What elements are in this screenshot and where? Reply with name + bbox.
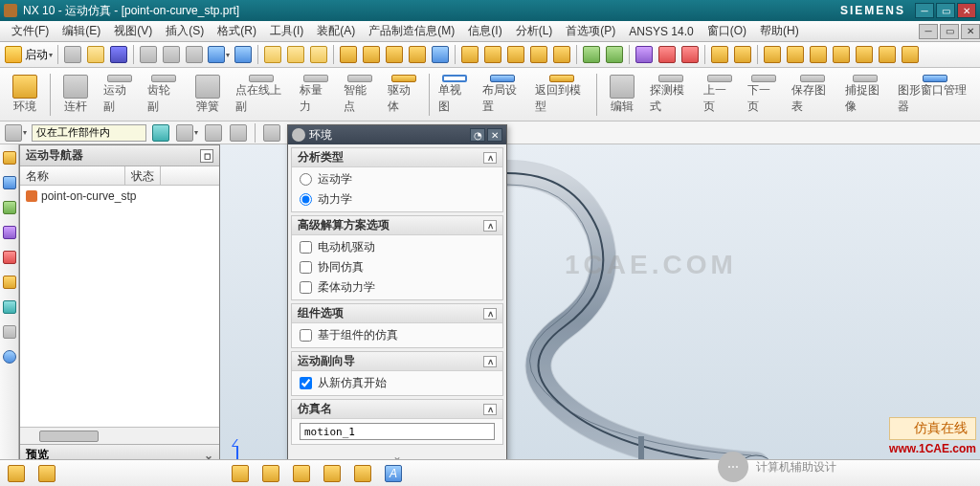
nav-tab-6-icon[interactable] [2,273,17,292]
menu-analysis[interactable]: 分析(L) [510,21,559,41]
nav-tab-part-icon[interactable] [2,173,17,192]
anim-button[interactable] [604,44,625,65]
bottom-ico-3[interactable] [230,463,251,484]
cut-button[interactable] [138,44,159,65]
solid-ico-4[interactable] [528,44,549,65]
solid-ico-1[interactable] [459,44,480,65]
menu-info[interactable]: 信息(I) [462,21,507,41]
sel-type-button[interactable]: ▾ [4,122,28,144]
spring-button[interactable]: 弹簧 [187,72,229,118]
close-button[interactable]: ✕ [957,3,976,18]
nav-tab-8-icon[interactable] [2,322,17,342]
open-button[interactable] [85,44,106,65]
section-component[interactable]: 组件选项ʌ [292,304,502,323]
collapse-icon[interactable]: ʌ [483,220,497,232]
menu-help[interactable]: 帮助(H) [754,21,805,41]
pin-icon[interactable]: ◻ [200,149,213,163]
solid-ico-2[interactable] [482,44,503,65]
box-4[interactable] [831,44,852,65]
nav-tab-5-icon[interactable] [2,248,17,267]
redo-button[interactable] [233,44,254,65]
box-1[interactable] [762,44,783,65]
nav-tab-reuse-icon[interactable] [2,223,17,242]
dialog-titlebar[interactable]: 环境 ◔ ✕ [288,125,506,144]
col-name[interactable]: 名称 [20,166,125,185]
return-model-button[interactable]: 返回到模型 [530,72,592,118]
new-button[interactable] [62,44,83,65]
collapse-icon[interactable]: ʌ [483,404,497,415]
collapse-icon[interactable]: ʌ [483,356,497,367]
bottom-ico-8[interactable]: A [383,463,404,484]
bottom-ico-6[interactable] [322,463,343,484]
dialog-help-button[interactable]: ◔ [470,128,485,142]
menu-assembly[interactable]: 装配(A) [311,21,361,41]
box-5[interactable] [854,44,875,65]
navigator-hscroll[interactable] [20,427,219,444]
link-button[interactable]: 连杆 [55,72,97,118]
menu-pmi[interactable]: 产品制造信息(M) [363,21,460,41]
point-on-curve-button[interactable]: 点在线上副 [231,72,293,118]
bottom-ico-1[interactable] [6,463,27,484]
constraint-3[interactable] [679,44,701,65]
smart-point-button[interactable]: 智能点 [339,72,381,118]
nav-tab-9-icon[interactable] [2,347,17,366]
menu-file[interactable]: 文件(F) [6,21,55,41]
start-button[interactable]: 启动▾ [4,44,54,65]
mesh-1[interactable] [709,44,730,65]
single-view-button[interactable]: 单视图 [434,72,476,118]
menu-format[interactable]: 格式(R) [212,21,262,41]
check-cosim[interactable]: 协同仿真 [300,259,495,276]
solid-ico-5[interactable] [551,44,572,65]
col-status[interactable]: 状态 [125,166,161,185]
doc-restore-button[interactable]: ▭ [940,24,959,39]
menu-tools[interactable]: 工具(I) [264,21,309,41]
section-advanced[interactable]: 高级解算方案选项ʌ [292,216,502,235]
motion-ico-2[interactable] [361,44,382,65]
section-analysis-type[interactable]: 分析类型ʌ [292,148,502,167]
motion-ico-4[interactable] [407,44,428,65]
sel-opt-4[interactable] [228,122,249,144]
radio-kinematics[interactable]: 运动学 [300,171,495,188]
mesh-2[interactable] [732,44,753,65]
minimize-button[interactable]: ─ [915,3,934,18]
sel-opt-2[interactable]: ▾ [175,122,199,144]
tree-item-root[interactable]: point-on-curve_stp [26,189,213,203]
sel-opt-5[interactable] [261,122,282,144]
box-7[interactable] [900,44,921,65]
section-sim-name[interactable]: 仿真名ʌ [292,400,502,419]
nav-tab-motion-icon[interactable] [2,148,17,167]
tool-b-button[interactable] [285,44,306,65]
graph-window-mgr-button[interactable]: 图形窗口管理器 [893,72,976,118]
doc-minimize-button[interactable]: ─ [919,24,938,39]
play-button[interactable] [581,44,602,65]
bottom-ico-7[interactable] [352,463,373,484]
collapse-icon[interactable]: ʌ [483,308,497,320]
next-page-button[interactable]: 下一页 [743,72,785,118]
scalar-force-button[interactable]: 标量力 [295,72,337,118]
motion-ico-3[interactable] [384,44,405,65]
tool-a-button[interactable] [262,44,283,65]
probe-mode-button[interactable]: 探测模式 [645,72,697,118]
capture-image-button[interactable]: 捕捉图像 [840,72,892,118]
motion-ico-5[interactable] [430,44,451,65]
box-2[interactable] [785,44,806,65]
bottom-ico-5[interactable] [291,463,312,484]
dialog-close-button[interactable]: ✕ [487,128,502,142]
save-button[interactable] [108,44,129,65]
check-flex[interactable]: 柔体动力学 [300,279,495,296]
menu-preferences[interactable]: 首选项(P) [560,21,621,41]
undo-button[interactable]: ▾ [207,44,231,65]
menu-edit[interactable]: 编辑(E) [56,21,106,41]
joint-button[interactable]: 运动副 [99,72,141,118]
check-new-sim[interactable]: 从新仿真开始 [300,375,495,391]
sel-opt-3[interactable] [203,122,224,144]
menu-view[interactable]: 视图(V) [108,21,158,41]
nav-tab-history-icon[interactable] [2,198,17,217]
motion-ico-1[interactable] [338,44,359,65]
box-6[interactable] [877,44,898,65]
bottom-ico-4[interactable] [260,463,281,484]
check-component-based[interactable]: 基于组件的仿真 [300,327,495,343]
box-3[interactable] [808,44,829,65]
navigator-tree[interactable]: point-on-curve_stp [20,186,219,427]
tool-c-button[interactable] [308,44,329,65]
